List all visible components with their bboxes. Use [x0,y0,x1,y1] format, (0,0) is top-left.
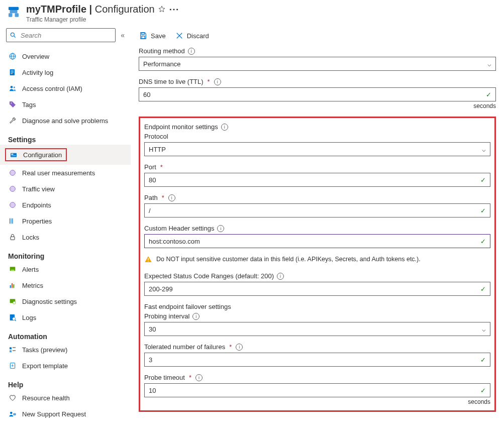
save-button[interactable]: Save [139,31,166,40]
people-icon [8,84,17,93]
svg-rect-46 [13,413,16,415]
svg-rect-18 [11,154,13,155]
svg-rect-26 [10,218,10,224]
chevron-down-icon: ⌵ [482,325,486,333]
sidebar-item-overview[interactable]: Overview [0,48,131,64]
sidebar-item-support[interactable]: New Support Request [0,406,131,422]
svg-rect-40 [10,347,12,349]
sidebar-item-diag-settings[interactable]: Diagnostic settings [0,293,131,309]
probing-select[interactable]: 30 ⌵ [144,322,490,336]
svg-point-4 [11,33,14,36]
failures-input[interactable]: 3 ✓ [144,353,490,367]
info-icon[interactable]: i [168,194,175,201]
port-input[interactable]: 80 ✓ [144,173,490,187]
svg-rect-47 [142,33,144,35]
sidebar-item-logs[interactable]: Logs [0,309,131,325]
failover-section-title: Fast endpoint failover settings [144,303,231,310]
save-label: Save [151,32,166,40]
sidebar-item-real-user[interactable]: Real user measurements [0,165,131,181]
toolbar: Save Discard [131,28,504,45]
sidebar-item-metrics[interactable]: Metrics [0,277,131,293]
globe-icon [8,168,17,177]
custom-header-input[interactable]: host:contoso.com ✓ [144,234,490,248]
svg-point-14 [11,86,13,88]
metrics-icon [8,281,17,290]
sidebar-item-label: Traffic view [22,185,55,193]
search-input[interactable] [20,31,112,40]
timeout-label: Probe timeout [144,374,185,381]
check-icon: ✓ [480,285,486,293]
info-icon[interactable]: i [221,124,228,131]
check-icon: ✓ [480,207,486,214]
expected-input[interactable]: 200-299 ✓ [144,282,490,296]
routing-method-select[interactable]: Performance ⌵ [139,57,496,71]
info-icon[interactable]: i [236,344,243,351]
collapse-sidebar-button[interactable]: « [121,31,125,39]
sidebar-item-label: Locks [22,234,39,241]
wrench-icon [8,116,17,125]
sidebar-item-label: Tasks (preview) [22,346,67,354]
log-icon [8,68,17,77]
resource-name: myTMProfile [26,4,86,15]
info-icon[interactable]: i [277,273,284,280]
svg-rect-52 [148,261,148,261]
globe-icon [8,184,17,193]
info-icon[interactable]: i [217,225,224,232]
protocol-select[interactable]: HTTP ⌵ [144,142,490,156]
sidebar-item-access-control[interactable]: Access control (IAM) [0,80,131,96]
check-icon: ✓ [480,387,486,394]
svg-line-39 [15,320,16,321]
favorite-star-icon[interactable] [158,5,166,13]
sidebar-section-monitoring: Monitoring [0,245,131,261]
sidebar-item-configuration[interactable]: Configuration [0,145,131,165]
sidebar-item-label: Resource health [22,394,70,402]
info-icon[interactable]: i [214,78,221,85]
sidebar-item-label: Overview [22,53,49,60]
more-icon[interactable]: ⋯ [169,3,179,15]
timeout-input[interactable]: 10 ✓ [144,383,490,397]
sidebar-item-label: Diagnostic settings [22,298,77,305]
svg-rect-34 [13,284,14,288]
required-indicator: * [228,343,233,351]
sidebar-item-resource-health[interactable]: Resource health [0,390,131,406]
info-icon[interactable]: i [188,48,195,55]
sidebar-section-settings: Settings [0,129,131,145]
sidebar-item-label: Access control (IAM) [22,85,82,92]
svg-point-36 [13,301,16,304]
close-icon [175,31,184,40]
sidebar-section-automation: Automation [0,325,131,342]
svg-rect-3 [15,13,19,17]
sidebar-item-tasks[interactable]: Tasks (preview) [0,342,131,358]
sidebar-item-alerts[interactable]: Alerts [0,261,131,277]
sidebar-item-diagnose[interactable]: Diagnose and solve problems [0,113,131,129]
export-icon [8,361,17,370]
sidebar-item-label: Configuration [23,151,62,159]
path-value: / [149,207,151,214]
discard-label: Discard [187,32,209,40]
search-icon [10,32,17,39]
ttl-input[interactable]: 60 ✓ [139,87,496,101]
path-input[interactable]: / ✓ [144,203,490,217]
svg-rect-31 [11,270,15,270]
info-icon[interactable]: i [192,313,199,320]
expected-value: 200-299 [149,285,173,293]
sidebar-item-tags[interactable]: Tags [0,96,131,113]
sidebar-item-label: Logs [22,314,36,321]
discard-button[interactable]: Discard [175,31,209,40]
port-label: Port [144,163,156,171]
sidebar-item-endpoints[interactable]: Endpoints [0,197,131,213]
svg-rect-32 [10,285,11,288]
warning-text: Do NOT input sensitive customer data in … [156,256,421,263]
svg-rect-1 [10,10,18,13]
search-input-wrap[interactable] [6,28,116,42]
sidebar-item-locks[interactable]: Locks [0,229,131,245]
page-title: myTMProfile | Configuration ⋯ [26,3,179,15]
sidebar-item-export-template[interactable]: Export template [0,358,131,374]
chevron-down-icon: ⌵ [487,60,491,68]
globe-icon [8,52,17,61]
sidebar-item-traffic-view[interactable]: Traffic view [0,181,131,197]
svg-point-45 [10,412,13,414]
sidebar-item-properties[interactable]: Properties [0,213,131,229]
sidebar-item-activity-log[interactable]: Activity log [0,64,131,80]
info-icon[interactable]: i [195,374,203,381]
